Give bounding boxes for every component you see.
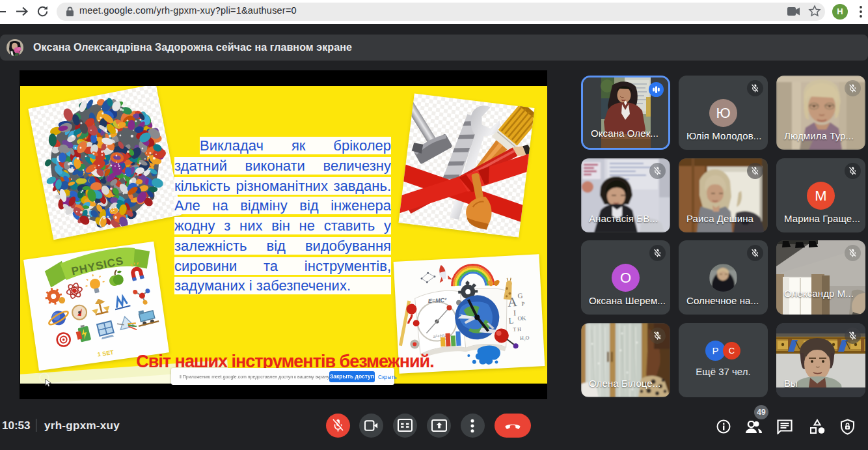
- svg-text:H₂O: H₂O: [520, 335, 530, 341]
- svg-text:I: I: [513, 308, 517, 317]
- svg-text:G: G: [517, 292, 523, 300]
- svg-text:T H: T H: [513, 326, 521, 333]
- svg-text:1 SET: 1 SET: [97, 349, 115, 358]
- svg-text:P: P: [521, 301, 525, 307]
- svg-text:A: A: [508, 294, 518, 309]
- svg-text:E=MC²: E=MC²: [428, 297, 448, 305]
- svg-text:L: L: [508, 315, 514, 325]
- svg-text:OK: OK: [517, 315, 526, 322]
